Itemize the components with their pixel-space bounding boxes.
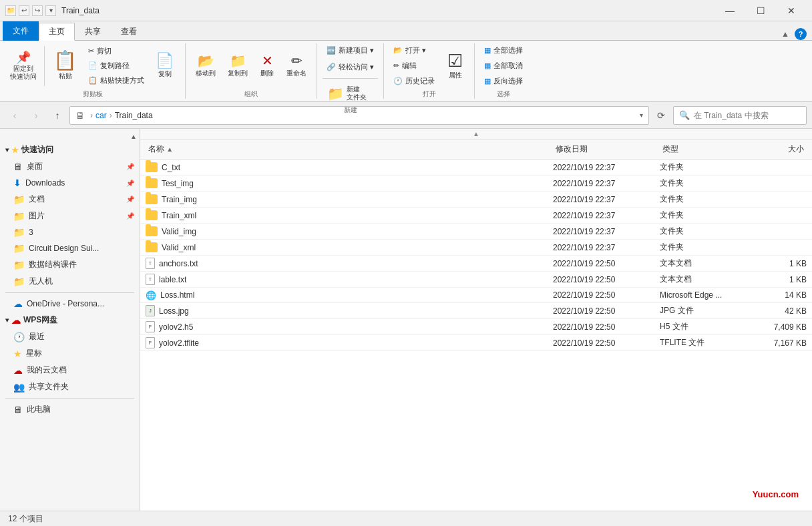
file-name-cell: Train_xml (146, 210, 553, 220)
delete-icon: ✕ (262, 54, 273, 67)
sidebar-item-circuit[interactable]: 📁 Circuit Design Sui... (0, 240, 140, 256)
undo-icon[interactable]: ↩ (19, 5, 29, 16)
easy-access-button[interactable]: 🔗 轻松访问 ▾ (323, 60, 378, 74)
sidebar-item-documents[interactable]: 📁 文档 📌 (0, 191, 140, 208)
select-none-button[interactable]: ▦ 全部取消 (480, 59, 527, 73)
table-row[interactable]: Test_img 2022/10/19 22:37 文件夹 (140, 176, 812, 192)
paste-button[interactable]: 📋 粘贴 (47, 48, 83, 84)
file-type-cell: TFLITE 文件 (660, 337, 753, 348)
file-date-cell: 2022/10/19 22:50 (553, 290, 660, 300)
dropdown-arrow-icon[interactable]: ▾ (640, 111, 643, 119)
minimize-button[interactable]: — (715, 0, 745, 21)
new-buttons: 🆕 新建项目 ▾ 🔗 轻松访问 ▾ 📁 新建文件夹 (323, 43, 378, 104)
clipboard-small-buttons: ✂ 剪切 📄 复制路径 📋 粘贴快捷方式 (84, 44, 148, 87)
new-folder-button[interactable]: 📁 新建文件夹 (323, 83, 371, 104)
sidebar-item-shared[interactable]: 👥 共享文件夹 (0, 378, 140, 395)
open-button[interactable]: 📂 打开 ▾ (389, 43, 439, 57)
paste-shortcut-button[interactable]: 📋 粘贴快捷方式 (84, 73, 148, 87)
sidebar-item-desktop[interactable]: 🖥 桌面 📌 (0, 158, 140, 175)
tab-home[interactable]: 主页 (39, 23, 75, 41)
file-date-cell: 2022/10/19 22:50 (553, 322, 660, 332)
file-type-cell: 文件夹 (660, 178, 753, 189)
path-part-car[interactable]: car (95, 111, 107, 120)
copy-button[interactable]: 📄 复制 (150, 50, 180, 82)
sidebar-item-datastruct[interactable]: 📁 数据结构课件 (0, 256, 140, 273)
quick-access-expand-icon: ▾ (5, 146, 9, 154)
pin-to-quick-access-button[interactable]: 📌 固定到快速访问 (5, 49, 41, 83)
sidebar-recent-label: 最近 (29, 331, 45, 342)
back-button[interactable]: ‹ (5, 106, 24, 125)
table-row[interactable]: J Loss.jpg 2022/10/19 22:50 JPG 文件 42 KB (140, 303, 812, 319)
sidebar-scroll-up[interactable]: ▲ (130, 133, 137, 140)
table-row[interactable]: F yolov2.h5 2022/10/19 22:50 H5 文件 7,409… (140, 319, 812, 335)
forward-button[interactable]: › (27, 106, 45, 125)
file-size-cell: 7,167 KB (753, 338, 807, 348)
table-row[interactable]: Train_xml 2022/10/19 22:37 文件夹 (140, 208, 812, 224)
table-row[interactable]: T anchors.txt 2022/10/19 22:50 文本文档 1 KB (140, 256, 812, 272)
watermark: Yuucn.com (753, 489, 799, 499)
dropdown-icon[interactable]: ▾ (45, 5, 56, 16)
table-row[interactable]: Valid_xml 2022/10/19 22:37 文件夹 (140, 240, 812, 256)
sidebar-item-downloads[interactable]: ⬇ Downloads 📌 (0, 175, 140, 191)
copy-path-button[interactable]: 📄 复制路径 (84, 59, 148, 73)
col-name[interactable]: 名称 ▲ (146, 142, 553, 156)
file-date-cell: 2022/10/19 22:50 (553, 275, 660, 284)
collapse-ribbon-icon[interactable]: ▲ (781, 29, 789, 39)
cut-button[interactable]: ✂ 剪切 (84, 44, 148, 58)
help-icon[interactable]: ? (795, 28, 807, 40)
table-row[interactable]: F yolov2.tflite 2022/10/19 22:50 TFLITE … (140, 335, 812, 351)
sidebar-item-starred[interactable]: ★ 星标 (0, 345, 140, 362)
copy-to-button[interactable]: 📁 复制到 (223, 51, 252, 81)
col-type[interactable]: 类型 (660, 142, 753, 156)
maximize-button[interactable]: ☐ (745, 0, 776, 21)
table-row[interactable]: T lable.txt 2022/10/19 22:50 文本文档 1 KB (140, 272, 812, 288)
close-button[interactable]: ✕ (776, 0, 807, 21)
file-name-cell: 🌐 Loss.html (146, 290, 553, 300)
sidebar-item-cloud-docs[interactable]: ☁ 我的云文档 (0, 362, 140, 378)
redo-icon[interactable]: ↪ (32, 5, 43, 16)
history-button[interactable]: 🕐 历史记录 (389, 74, 439, 88)
move-to-button[interactable]: 📂 移动到 (191, 51, 220, 81)
table-row[interactable]: Train_img 2022/10/19 22:37 文件夹 (140, 192, 812, 208)
properties-button[interactable]: ☑ 属性 (441, 49, 469, 83)
address-path[interactable]: 🖥 › car › Train_data ▾ (69, 106, 649, 125)
sidebar-downloads-label: Downloads (25, 178, 65, 188)
col-name-label: 名称 (148, 144, 164, 154)
table-row[interactable]: Valid_img 2022/10/19 22:37 文件夹 (140, 224, 812, 240)
sidebar-item-3[interactable]: 📁 3 (0, 224, 140, 240)
sidebar-item-onedrive[interactable]: ☁ OneDrive - Persona... (0, 296, 140, 312)
rename-button[interactable]: ✏ 重命名 (282, 51, 311, 81)
path-separator-1: › (90, 111, 93, 120)
new-item-button[interactable]: 🆕 新建项目 ▾ (323, 43, 378, 57)
select-all-button[interactable]: ▦ 全部选择 (480, 43, 527, 57)
delete-button[interactable]: ✕ 删除 (255, 51, 279, 81)
pin-icon-documents: 📌 (126, 196, 134, 203)
col-date[interactable]: 修改日期 (553, 142, 660, 156)
up-button[interactable]: ↑ (48, 106, 67, 125)
quick-access-header[interactable]: ▾ ★ 快速访问 (0, 142, 140, 158)
search-box[interactable]: 🔍 (673, 106, 807, 125)
edit-button[interactable]: ✏ 编辑 (389, 59, 439, 73)
sidebar-item-pictures[interactable]: 📁 图片 📌 (0, 208, 140, 224)
title-bar: 📁 ↩ ↪ ▾ Train_data — ☐ ✕ (0, 0, 812, 21)
recent-icon: 🕐 (13, 332, 25, 342)
sidebar-item-this-pc[interactable]: 🖥 此电脑 (0, 401, 140, 418)
folder-icon-drone: 📁 (13, 276, 25, 287)
refresh-button[interactable]: ⟳ (652, 106, 670, 125)
wps-header[interactable]: ▾ ☁ WPS网盘 (0, 312, 140, 328)
search-icon: 🔍 (679, 110, 690, 120)
tab-file[interactable]: 文件 (3, 21, 39, 41)
quick-access-icon[interactable]: 📁 (5, 5, 16, 16)
col-size[interactable]: 大小 (753, 142, 807, 156)
tab-view[interactable]: 查看 (111, 23, 147, 40)
tab-share[interactable]: 共享 (75, 23, 111, 40)
invert-select-button[interactable]: ▦ 反向选择 (480, 74, 527, 88)
sort-arrow-up: ▲ (473, 130, 479, 138)
path-part-train-data[interactable]: Train_data (115, 111, 153, 120)
table-row[interactable]: 🌐 Loss.html 2022/10/19 22:50 Microsoft E… (140, 288, 812, 303)
search-input[interactable] (694, 111, 801, 120)
select-buttons: ▦ 全部选择 ▦ 全部取消 ▦ 反向选择 (480, 43, 527, 88)
table-row[interactable]: C_txt 2022/10/19 22:37 文件夹 (140, 160, 812, 176)
sidebar-item-drone[interactable]: 📁 无人机 (0, 273, 140, 290)
sidebar-item-recent[interactable]: 🕐 最近 (0, 328, 140, 345)
